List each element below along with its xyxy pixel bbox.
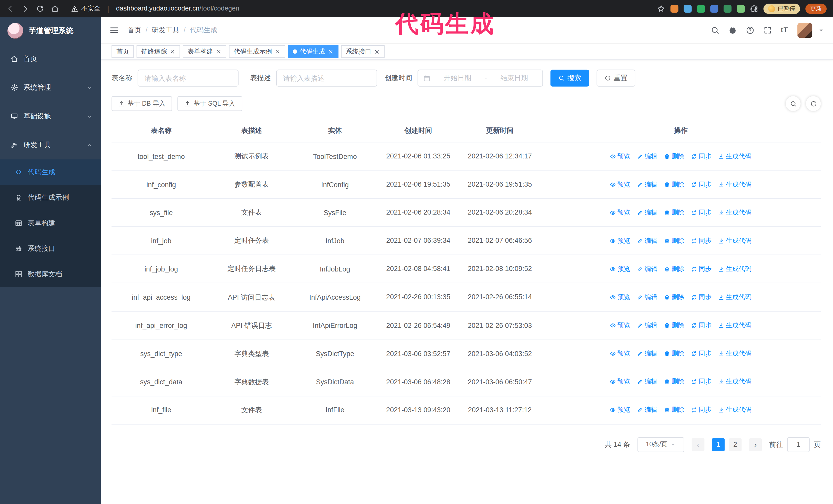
tab-首页[interactable]: 首页 xyxy=(112,45,134,58)
preview-link[interactable]: 预览 xyxy=(610,180,630,189)
tab-链路追踪[interactable]: 链路追踪 xyxy=(137,45,180,58)
refresh-table-button[interactable] xyxy=(806,96,821,111)
avatar-caret-icon[interactable] xyxy=(817,26,826,34)
preview-link[interactable]: 预览 xyxy=(610,377,630,386)
extension-icon-1[interactable] xyxy=(670,5,679,13)
sidebar-logo[interactable]: 芋道管理系统 xyxy=(0,17,101,45)
extension-icon-5[interactable] xyxy=(723,5,732,13)
page-number-2[interactable]: 2 xyxy=(729,438,742,451)
prev-page-button[interactable]: ‹ xyxy=(692,438,705,451)
page-number-1[interactable]: 1 xyxy=(712,438,724,451)
sync-link[interactable]: 同步 xyxy=(691,180,712,189)
extension-icon-6[interactable] xyxy=(737,5,745,13)
delete-link[interactable]: 删除 xyxy=(664,265,684,273)
delete-link[interactable]: 删除 xyxy=(664,349,684,358)
preview-link[interactable]: 预览 xyxy=(610,208,630,217)
preview-link[interactable]: 预览 xyxy=(610,406,630,414)
tab-close-icon[interactable] xyxy=(275,49,281,55)
breadcrumb-home[interactable]: 首页 xyxy=(127,25,141,34)
sidebar-item-home[interactable]: 首页 xyxy=(0,45,101,73)
delete-link[interactable]: 删除 xyxy=(664,293,684,302)
table-name-input[interactable] xyxy=(138,70,239,87)
preview-link[interactable]: 预览 xyxy=(610,321,630,330)
generate-code-link[interactable]: 生成代码 xyxy=(718,406,752,414)
preview-link[interactable]: 预览 xyxy=(610,152,630,161)
tab-表单构建[interactable]: 表单构建 xyxy=(183,45,226,58)
font-size-icon[interactable]: tT xyxy=(781,26,788,34)
sidebar-item-db-docs[interactable]: 数据库文档 xyxy=(0,262,101,287)
page-size-select[interactable]: 10条/页 xyxy=(638,437,684,452)
edit-link[interactable]: 编辑 xyxy=(637,236,658,245)
generate-code-link[interactable]: 生成代码 xyxy=(718,321,752,330)
generate-code-link[interactable]: 生成代码 xyxy=(718,236,752,245)
tab-代码生成[interactable]: 代码生成 xyxy=(288,45,338,58)
preview-link[interactable]: 预览 xyxy=(610,349,630,358)
browser-back-icon[interactable] xyxy=(6,5,14,13)
sidebar-item-form-builder[interactable]: 表单构建 xyxy=(0,211,101,236)
generate-code-link[interactable]: 生成代码 xyxy=(718,377,752,386)
import-db-button[interactable]: 基于 DB 导入 xyxy=(112,96,172,111)
sync-link[interactable]: 同步 xyxy=(691,208,712,217)
delete-link[interactable]: 删除 xyxy=(664,180,684,189)
sidebar-item-infrastructure[interactable]: 基础设施 xyxy=(0,102,101,131)
delete-link[interactable]: 删除 xyxy=(664,208,684,217)
sync-link[interactable]: 同步 xyxy=(691,265,712,273)
next-page-button[interactable]: › xyxy=(749,438,762,451)
edit-link[interactable]: 编辑 xyxy=(637,349,658,358)
delete-link[interactable]: 删除 xyxy=(664,152,684,161)
sidebar-collapse-icon[interactable] xyxy=(110,25,119,34)
bookmark-star-icon[interactable] xyxy=(657,5,665,13)
github-icon[interactable] xyxy=(728,26,737,34)
preview-link[interactable]: 预览 xyxy=(610,236,630,245)
edit-link[interactable]: 编辑 xyxy=(637,321,658,330)
sync-link[interactable]: 同步 xyxy=(691,293,712,302)
generate-code-link[interactable]: 生成代码 xyxy=(718,265,752,273)
generate-code-link[interactable]: 生成代码 xyxy=(718,180,752,189)
sidebar-item-codegen-example[interactable]: 代码生成示例 xyxy=(0,185,101,210)
date-range-picker[interactable]: 开始日期 - 结束日期 xyxy=(418,70,543,87)
security-indicator[interactable]: 不安全 xyxy=(71,4,100,13)
tab-close-icon[interactable] xyxy=(169,49,175,55)
delete-link[interactable]: 删除 xyxy=(664,406,684,414)
edit-link[interactable]: 编辑 xyxy=(637,152,658,161)
sync-link[interactable]: 同步 xyxy=(691,406,712,414)
sync-link[interactable]: 同步 xyxy=(691,236,712,245)
edit-link[interactable]: 编辑 xyxy=(637,293,658,302)
sync-link[interactable]: 同步 xyxy=(691,321,712,330)
edit-link[interactable]: 编辑 xyxy=(637,180,658,189)
reset-button[interactable]: 重置 xyxy=(597,70,635,87)
fullscreen-icon[interactable] xyxy=(763,26,772,34)
sidebar-item-system-management[interactable]: 系统管理 xyxy=(0,73,101,102)
preview-link[interactable]: 预览 xyxy=(610,293,630,302)
goto-page-input[interactable] xyxy=(787,437,810,452)
table-desc-input[interactable] xyxy=(276,70,377,87)
help-icon[interactable] xyxy=(745,26,754,34)
breadcrumb-dev-tools[interactable]: 研发工具 xyxy=(152,25,180,34)
browser-update-button[interactable]: 更新 xyxy=(805,3,827,13)
sidebar-item-codegen[interactable]: 代码生成 xyxy=(0,160,101,185)
delete-link[interactable]: 删除 xyxy=(664,377,684,386)
tab-close-icon[interactable] xyxy=(216,49,222,55)
generate-code-link[interactable]: 生成代码 xyxy=(718,349,752,358)
delete-link[interactable]: 删除 xyxy=(664,236,684,245)
sync-link[interactable]: 同步 xyxy=(691,152,712,161)
tab-代码生成示例[interactable]: 代码生成示例 xyxy=(229,45,285,58)
address-bar[interactable]: dashboard.yudao.iocoder.cn/tool/codegen xyxy=(116,5,239,12)
user-avatar[interactable] xyxy=(798,23,812,38)
extension-icon-3[interactable] xyxy=(697,5,705,13)
sync-link[interactable]: 同步 xyxy=(691,377,712,386)
preview-link[interactable]: 预览 xyxy=(610,265,630,273)
browser-reload-icon[interactable] xyxy=(36,5,44,13)
tab-close-icon[interactable] xyxy=(374,49,380,55)
generate-code-link[interactable]: 生成代码 xyxy=(718,152,752,161)
paused-profile-badge[interactable]: 已暂停 xyxy=(763,3,800,13)
generate-code-link[interactable]: 生成代码 xyxy=(718,293,752,302)
search-icon[interactable] xyxy=(711,26,719,34)
edit-link[interactable]: 编辑 xyxy=(637,406,658,414)
extension-icon-4[interactable] xyxy=(710,5,718,13)
delete-link[interactable]: 删除 xyxy=(664,321,684,330)
search-button[interactable]: 搜索 xyxy=(550,70,589,87)
sidebar-item-dev-tools[interactable]: 研发工具 xyxy=(0,131,101,160)
tab-close-icon[interactable] xyxy=(328,49,334,55)
toggle-search-button[interactable] xyxy=(786,96,801,111)
